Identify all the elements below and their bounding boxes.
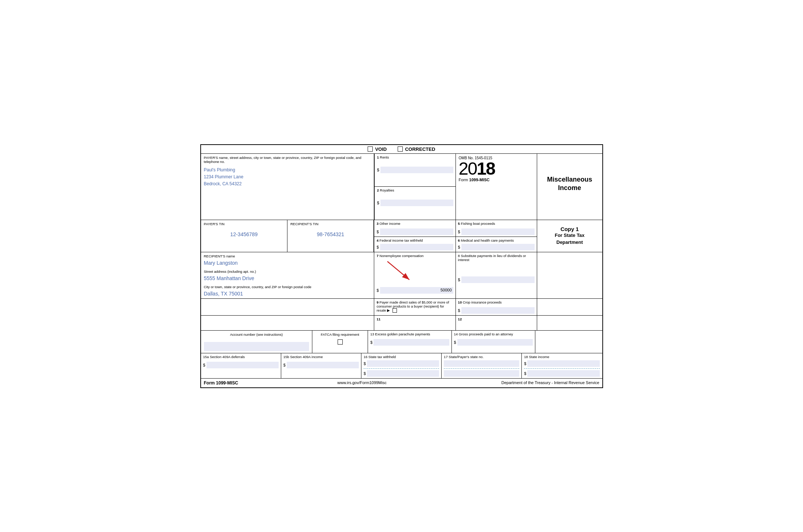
box18-value2[interactable] — [527, 370, 600, 377]
box15b-label: 15b Section 409A income — [283, 355, 359, 359]
payer-tin-cell: PAYER'S TIN 12-3456789 — [201, 220, 287, 252]
box11-cell: 11 — [374, 316, 456, 330]
box18-cell: 18 State income $ $ — [522, 353, 602, 378]
box7-label: 7 Nonemployee compensation — [376, 254, 453, 258]
box15a-label: 15a Section 409A deferrals — [203, 355, 279, 359]
box3-value[interactable] — [380, 228, 453, 235]
right-empty-row6 — [535, 331, 602, 353]
header-row: VOID CORRECTED — [201, 145, 602, 154]
payer-info-cell: PAYER'S name, street address, city or to… — [201, 154, 375, 220]
box16-value[interactable] — [367, 360, 439, 367]
fatca-checkbox[interactable] — [338, 339, 343, 345]
box10-cell: 10 Crop insurance proceeds $ — [456, 299, 537, 315]
dashed-divider-17 — [444, 368, 519, 369]
account-value[interactable] — [204, 342, 309, 351]
void-checkbox[interactable] — [368, 146, 373, 152]
box7-cell: 7 Nonemployee compensation $ 50000 — [374, 252, 456, 298]
box5-cell: 5 Fishing boat proceeds $ — [456, 220, 537, 237]
misc-income-title: Miscellaneous Income — [547, 175, 592, 193]
copy1-label-cell: Copy 1 For State TaxDepartment — [537, 220, 602, 252]
box17-cell: 17 State/Payer's state no. — [442, 353, 522, 378]
box6-label: 6 Medical and health care payments — [458, 238, 535, 242]
box16-label: 16 State tax withheld — [364, 355, 439, 359]
account-cell: Account number (see instructions) — [201, 331, 312, 353]
row4-left-empty — [201, 299, 375, 315]
payer-data: Paul's Plumbing 1234 Plummer Lane Bedroc… — [204, 167, 371, 188]
row5-left-empty — [201, 316, 375, 330]
box6-cell: 6 Medical and health care payments $ — [456, 237, 537, 252]
corrected-item: CORRECTED — [398, 146, 435, 152]
right-empty-row5 — [537, 316, 602, 330]
footer-department: Department of the Treasury - Internal Re… — [441, 380, 599, 386]
city-label: City or town, state or province, country… — [204, 285, 371, 289]
right-empty-row4 — [537, 299, 602, 315]
omb-year-cell: OMB No. 1545-0115 2018 Form 1099-MISC — [456, 154, 537, 220]
void-label: VOID — [375, 146, 387, 152]
box17-label: 17 State/Payer's state no. — [444, 355, 519, 359]
box2-value[interactable] — [380, 200, 453, 206]
box17-value2[interactable] — [444, 370, 519, 377]
box8-cell: 8 Substitute payments in lieu of dividen… — [456, 252, 537, 298]
box17-value[interactable] — [444, 360, 519, 367]
recipient-name-label: RECIPIENT'S name — [204, 254, 371, 258]
box14-cell: 14 Gross proceeds paid to an attorney $ — [452, 331, 535, 353]
box18-value[interactable] — [527, 360, 600, 367]
city-value: Dallas, TX 75001 — [204, 291, 371, 297]
box16-cell: 16 State tax withheld $ $ — [361, 353, 442, 378]
box12-label: 12 — [458, 317, 535, 321]
fatca-cell: FATCA filing requirement — [312, 331, 368, 353]
box5-label: 5 Fishing boat proceeds — [458, 222, 535, 226]
payer-address: 1234 Plummer Lane — [204, 174, 371, 181]
recipient-info-cell: RECIPIENT'S name Mary Langston Street ad… — [201, 252, 375, 298]
box1-cell: 1 Rents $ — [375, 154, 455, 187]
box9-checkbox[interactable] — [393, 308, 397, 313]
street-value: 5555 Manhattan Drive — [204, 275, 371, 281]
box2-label: 2 Royalties — [377, 188, 453, 192]
payer-field-label: PAYER'S name, street address, city or to… — [204, 156, 371, 164]
recipient-tin-cell: RECIPIENT'S TIN 98-7654321 — [287, 220, 374, 252]
form-name-display: Form 1099-MISC — [459, 178, 534, 182]
fatca-label: FATCA filing requirement — [315, 332, 365, 336]
box8-value[interactable] — [461, 276, 535, 283]
box1-value[interactable] — [380, 167, 453, 173]
box4-value[interactable] — [380, 244, 453, 250]
box14-value[interactable] — [457, 339, 533, 346]
box7-value[interactable]: 50000 — [380, 287, 453, 294]
copy1-subtitle: For State TaxDepartment — [555, 232, 584, 245]
box14-label: 14 Gross proceeds paid to an attorney — [454, 332, 533, 336]
box11-label: 11 — [376, 317, 453, 321]
box13-value[interactable] — [373, 339, 449, 346]
dashed-divider-18 — [524, 368, 600, 369]
box4-label: 4 Federal income tax withheld — [376, 238, 453, 242]
form-1099-misc: VOID CORRECTED PAYER'S name, street addr… — [200, 144, 603, 388]
payer-city: Bedrock, CA 54322 — [204, 181, 371, 187]
box3-label: 3 Other income — [376, 222, 453, 226]
void-item: VOID — [368, 146, 387, 152]
box15a-cell: 15a Section 409A deferrals $ — [201, 353, 281, 378]
right-empty-row3 — [537, 252, 602, 298]
year-light: 20 — [459, 159, 477, 178]
box6-value[interactable] — [461, 244, 535, 250]
footer-row: Form 1099-MISC www.irs.gov/Form1099Misc … — [201, 379, 602, 387]
recipient-tin-value: 98-7654321 — [290, 231, 371, 237]
street-label: Street address (including apt. no.) — [204, 269, 371, 274]
box9-cell: 9 Payer made direct sales of $5,000 or m… — [374, 299, 456, 315]
box18-label: 18 State income — [524, 355, 600, 359]
box5-value[interactable] — [461, 228, 535, 235]
box5-6-col: 5 Fishing boat proceeds $ 6 Medical and … — [456, 220, 537, 252]
arrow-annotation — [376, 260, 420, 285]
misc-income-title-cell: Miscellaneous Income — [537, 154, 602, 220]
box10-value[interactable] — [461, 307, 535, 314]
box1-dollar: $ — [377, 168, 379, 172]
corrected-label: CORRECTED — [405, 146, 435, 152]
year-display: 2018 — [459, 160, 534, 178]
box15a-value[interactable] — [207, 362, 279, 368]
dashed-divider-16 — [364, 368, 439, 369]
box12-cell: 12 — [456, 316, 537, 330]
box15b-value[interactable] — [287, 362, 359, 368]
box15b-cell: 15b Section 409A income $ — [281, 353, 361, 378]
box16-value2[interactable] — [367, 370, 439, 377]
box3-4-col: 3 Other income $ 4 Federal income tax wi… — [374, 220, 456, 252]
corrected-checkbox[interactable] — [398, 146, 403, 152]
recipient-tin-label: RECIPIENT'S TIN — [290, 222, 371, 226]
